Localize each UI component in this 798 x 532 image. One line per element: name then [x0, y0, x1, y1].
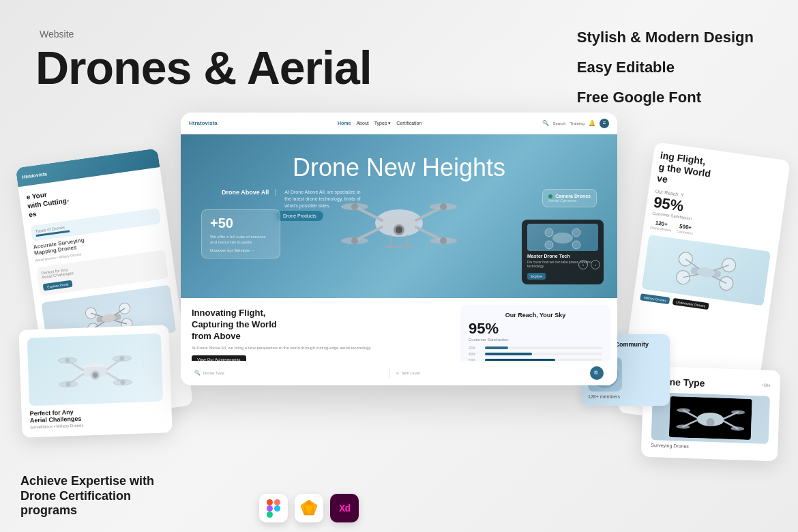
browser-nav-links: Home About Types ▾ Certification [338, 121, 422, 126]
left-bottom-card: Perfect for AnyAerial Challenges Surveil… [18, 325, 172, 438]
hero-cta-button[interactable]: Drone Products [276, 211, 323, 221]
svg-rect-71 [267, 499, 273, 505]
progress-label-1: 20% [469, 346, 482, 350]
nav-bell-icon[interactable]: 🔔 [589, 120, 595, 126]
search-icon-sm: 🔍 [194, 370, 201, 376]
brp-stat2: 500+ Customers [677, 223, 694, 235]
svg-point-42 [545, 241, 553, 249]
master-drone-small [542, 226, 583, 250]
nav-types[interactable]: Types ▾ [374, 121, 391, 126]
drone-type-badge: +50k [761, 383, 770, 387]
stats-card: +50 We offer a full suite of services an… [201, 209, 280, 258]
browser-navbar: Htratovista Home About Types ▾ Certifica… [181, 113, 617, 134]
achieve-card: Achieve Expertise withDrone Certificatio… [20, 474, 157, 518]
feature-item-2: Easy Editable [577, 59, 754, 76]
stats-text: We offer a full suite of services and re… [210, 234, 271, 246]
xd-label: Xd [339, 503, 350, 514]
svg-point-39 [552, 233, 573, 243]
blp-card-btn[interactable]: Explore Portal [43, 280, 73, 291]
search-icon[interactable]: 🔍 [542, 120, 549, 126]
xd-icon[interactable]: Xd [330, 494, 359, 522]
search-label-1[interactable]: Drone Type [203, 371, 224, 375]
search-group-1: 🔍 Drone Type [194, 370, 382, 376]
svg-point-32 [351, 203, 358, 210]
hero-section: Drone New Heights Drone Above All At Dro… [181, 134, 617, 298]
progress-bars: 20% 40% 60% [469, 346, 602, 362]
browser-logo: Htratovista [189, 120, 218, 126]
achieve-text: Achieve Expertise withDrone Certificatio… [20, 474, 157, 518]
features-list: Stylish & Modern Design Easy Editable Fr… [577, 29, 754, 106]
brp-stat1: 120+ Drone Models [650, 220, 673, 233]
nav-certification[interactable]: Certification [396, 121, 422, 126]
drone-type-icon [669, 396, 752, 440]
main-title: Drones & Aerial [35, 42, 372, 93]
master-card-title: Master Drone Tech [527, 254, 598, 258]
brp-content: ing Flight,g the Worldve Our Reach, Y 95… [632, 142, 790, 326]
svg-point-23 [396, 226, 402, 233]
search-group-2: ≡ Skill Level [396, 371, 584, 376]
prev-icon: ‹ [582, 263, 584, 267]
progress-row-1: 20% [469, 346, 602, 350]
feature-item-1: Stylish & Modern Design [577, 29, 754, 46]
app-icons-row: Xd [259, 494, 359, 522]
camera-card: Camera Drones Aerial Cameras [542, 189, 597, 207]
nav-training[interactable]: Training [570, 121, 585, 125]
svg-point-33 [440, 203, 447, 210]
surveying-label: Surveying Drones [651, 443, 768, 452]
brp-tag2[interactable]: Underwater Drones [673, 298, 709, 310]
figma-icon[interactable] [259, 494, 288, 522]
hero-drone-container [317, 162, 481, 274]
blp-logo: Htratovista [22, 171, 47, 179]
filter-icon: ≡ [396, 371, 399, 376]
search-divider [389, 368, 389, 378]
search-bar: 🔍 Drone Type ≡ Skill Level 🔍 [181, 361, 617, 385]
nav-menu-button[interactable]: ≡ [600, 119, 609, 128]
nav-about[interactable]: About [356, 121, 368, 126]
camera-dot [548, 194, 552, 198]
reach-pct: 95% [469, 320, 602, 338]
category-label: Website [40, 29, 74, 40]
sketch-svg [299, 499, 319, 518]
svg-point-40 [545, 228, 553, 237]
nav-search-label[interactable]: Search [553, 121, 566, 125]
hero-subtitle-label: Drone Above All [222, 189, 276, 196]
brp-drone-img [642, 235, 771, 306]
svg-rect-73 [267, 505, 273, 512]
reach-label: Customer Satisfaction [469, 338, 602, 342]
next-arrow[interactable]: › [591, 260, 600, 269]
master-card: Master Drone Tech Dis cover how we can t… [522, 220, 604, 284]
feature-item-3: Free Google Font [577, 89, 754, 106]
search-btn-icon: 🔍 [593, 370, 600, 376]
progress-bar-1 [485, 346, 602, 349]
nav-home[interactable]: Home [338, 121, 351, 126]
svg-point-41 [572, 228, 580, 237]
white-drone-icon [53, 341, 137, 398]
search-label-2[interactable]: Skill Level [402, 371, 420, 375]
browser-nav-actions: 🔍 Search Training 🔔 ≡ [542, 119, 609, 128]
sketch-icon[interactable] [295, 494, 323, 522]
bottom-left-title: Innovating Flight,Capturing the Worldfro… [192, 308, 449, 342]
hero-nav-arrows: ‹ › [578, 260, 600, 269]
master-card-btn[interactable]: Explore [527, 273, 546, 280]
camera-card-sub: Aerial Cameras [548, 198, 591, 203]
prev-arrow[interactable]: ‹ [578, 260, 588, 269]
left-bottom-drone [27, 334, 163, 407]
svg-point-35 [440, 237, 447, 244]
svg-rect-72 [274, 499, 280, 505]
camera-card-title: Camera Drones [555, 194, 591, 198]
community-count: 128+ members [588, 394, 663, 399]
camera-card-inner: Camera Drones [548, 194, 591, 198]
progress-bar-2 [485, 353, 602, 355]
brp-tag1[interactable]: Military Drones [640, 294, 670, 305]
search-button[interactable]: 🔍 [590, 366, 604, 380]
reach-title: Our Reach, Your Sky [469, 312, 602, 319]
stats-number: +50 [210, 216, 271, 231]
progress-label-2: 40% [469, 352, 482, 356]
stats-link[interactable]: Discover our Services → [210, 248, 271, 252]
progress-fill-1 [485, 346, 508, 349]
master-card-img [527, 224, 598, 251]
next-icon: › [595, 263, 596, 267]
bottom-left-text: At Drone Above All, we bring a new persp… [192, 346, 449, 350]
svg-point-43 [572, 241, 580, 249]
progress-fill-2 [485, 353, 532, 355]
